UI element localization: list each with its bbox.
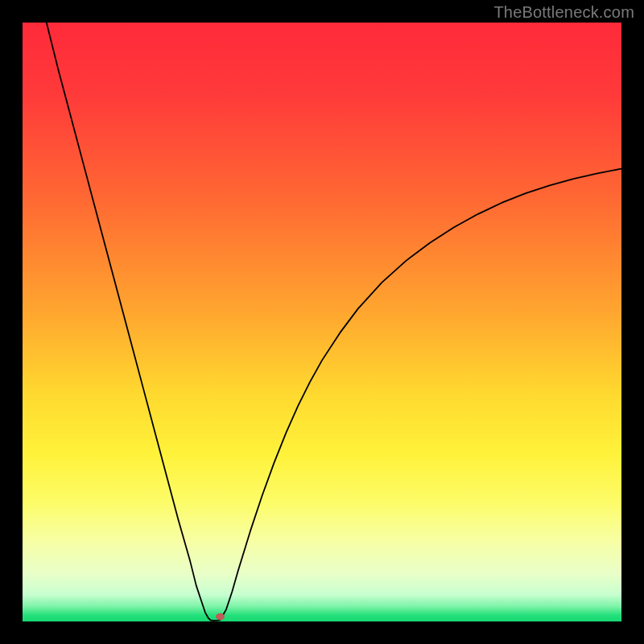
plot-area bbox=[23, 23, 621, 621]
chart-frame: TheBottleneck.com bbox=[0, 0, 644, 644]
watermark-text: TheBottleneck.com bbox=[493, 3, 634, 22]
bottleneck-curve bbox=[23, 23, 621, 621]
minimum-marker bbox=[216, 613, 225, 620]
